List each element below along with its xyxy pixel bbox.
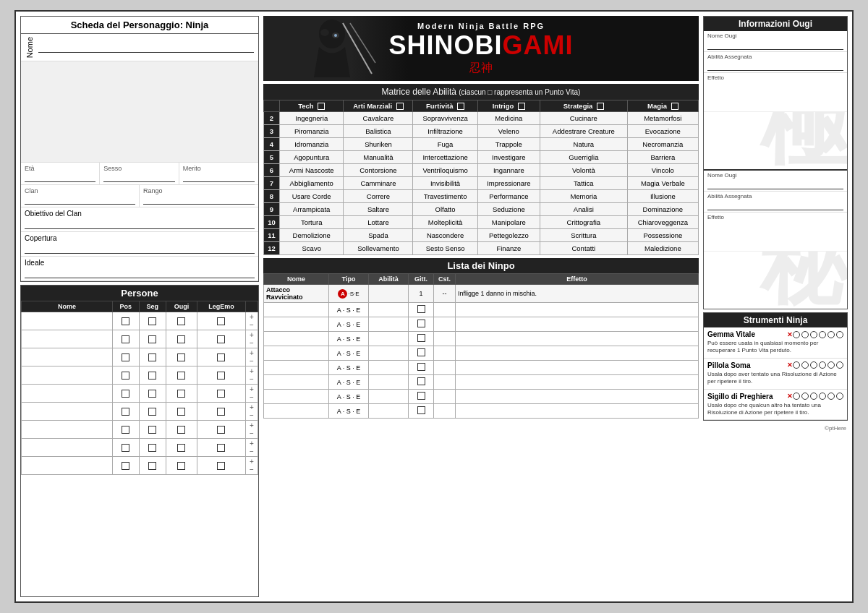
legemo-checkbox[interactable] — [217, 444, 225, 452]
persone-plus-btn[interactable]: +− — [247, 331, 256, 347]
circle-0-1[interactable] — [801, 331, 809, 338]
ninpo-abilita-input[interactable] — [369, 375, 409, 390]
ninpo-abilita-input[interactable] — [369, 346, 409, 361]
ninpo-cst-input[interactable] — [434, 390, 456, 404]
circle-1-4[interactable] — [827, 361, 835, 369]
cell-strat[interactable]: Memoria — [540, 190, 628, 203]
cell-arti[interactable]: Contorsione — [344, 164, 413, 177]
intro-checkbox[interactable] — [518, 103, 525, 110]
tech-checkbox[interactable] — [318, 103, 325, 110]
cell-tech[interactable]: Ingegneria — [280, 112, 344, 125]
cell-furt[interactable]: Fuga — [413, 138, 477, 151]
cell-magia[interactable]: Maledizione — [627, 242, 698, 255]
ninpo-abilita-input[interactable] — [369, 390, 409, 404]
circle-0-3[interactable] — [819, 331, 826, 338]
rango-input[interactable] — [143, 194, 255, 205]
cell-magia[interactable]: Barriera — [627, 151, 698, 164]
cell-furt[interactable]: Ventriloquismo — [413, 164, 477, 177]
ougi1-nome-input[interactable] — [707, 40, 843, 50]
ninpo-cst-input[interactable] — [434, 361, 456, 375]
eta-input[interactable] — [25, 172, 95, 182]
cell-tech[interactable]: Agopuntura — [280, 151, 344, 164]
cell-intro[interactable]: Manipolare — [477, 216, 540, 229]
pos-checkbox[interactable] — [122, 353, 129, 361]
ninpo-gitt-input[interactable] — [409, 303, 434, 317]
ninpo-gitt-input[interactable] — [409, 346, 434, 361]
cell-strat[interactable]: Natura — [540, 138, 628, 151]
legemo-checkbox[interactable] — [217, 372, 225, 380]
ninpo-cst-input[interactable] — [434, 317, 456, 332]
persone-nome-cell[interactable] — [22, 439, 113, 457]
cell-arti[interactable]: Saltare — [344, 203, 413, 216]
seg-checkbox[interactable] — [148, 462, 156, 470]
pos-checkbox[interactable] — [122, 426, 129, 434]
ninpo-effetto-input[interactable] — [456, 346, 699, 361]
cell-intro[interactable]: Investigare — [477, 151, 540, 164]
ninpo-gitt-input[interactable] — [409, 404, 434, 419]
cell-strat[interactable]: Contatti — [540, 242, 628, 255]
pos-checkbox[interactable] — [122, 335, 129, 343]
circle-0-4[interactable] — [827, 331, 835, 338]
circle-1-1[interactable] — [801, 361, 809, 369]
circle-0-2[interactable] — [810, 331, 817, 338]
ougi-checkbox[interactable] — [177, 317, 185, 325]
cell-intro[interactable]: Performance — [477, 190, 540, 203]
cell-intro[interactable]: Ingannare — [477, 164, 540, 177]
cell-strat[interactable]: Addestrare Creature — [540, 125, 628, 138]
ninpo-gitt-input[interactable] — [409, 361, 434, 375]
cell-furt[interactable]: Travestimento — [413, 190, 477, 203]
ninpo-abilita-input[interactable] — [369, 404, 409, 419]
name-input[interactable] — [38, 43, 254, 53]
persone-nome-cell[interactable] — [22, 348, 113, 366]
circle-2-2[interactable] — [810, 393, 817, 400]
persone-plus-btn[interactable]: +− — [247, 458, 256, 473]
ninpo-abilita-input[interactable] — [369, 361, 409, 375]
pos-checkbox[interactable] — [122, 462, 129, 470]
cell-magia[interactable]: Metamorfosi — [627, 112, 698, 125]
circle-2-4[interactable] — [827, 393, 835, 400]
ninpo-effetto-input[interactable] — [456, 404, 699, 419]
ninpo-cst-input[interactable] — [434, 346, 456, 361]
legemo-checkbox[interactable] — [217, 317, 225, 325]
ougi1-effetto-area[interactable] — [707, 81, 843, 110]
clan-input[interactable] — [25, 194, 135, 205]
ninpo-effetto-input[interactable] — [456, 332, 699, 346]
circle-1-3[interactable] — [819, 361, 826, 369]
cell-magia[interactable]: Necromanzia — [627, 138, 698, 151]
ninpo-nome-input[interactable] — [264, 303, 329, 317]
copertura-input[interactable] — [25, 244, 255, 254]
persone-nome-cell[interactable] — [22, 457, 113, 475]
cell-arti[interactable]: Balistica — [344, 125, 413, 138]
persone-nome-cell[interactable] — [22, 312, 113, 330]
persone-plus-btn[interactable]: +− — [247, 440, 256, 455]
persone-plus-btn[interactable]: +− — [247, 403, 256, 419]
cell-strat[interactable]: Crittografia — [540, 216, 628, 229]
pos-checkbox[interactable] — [122, 390, 129, 398]
cell-intro[interactable]: Impressionare — [477, 177, 540, 190]
legemo-checkbox[interactable] — [217, 335, 225, 343]
ougi-checkbox[interactable] — [177, 372, 185, 380]
ninpo-nome-input[interactable] — [264, 390, 329, 404]
seg-checkbox[interactable] — [148, 444, 156, 452]
ninpo-nome-input[interactable] — [264, 404, 329, 419]
legemo-checkbox[interactable] — [217, 390, 225, 398]
ninpo-nome-input[interactable] — [264, 361, 329, 375]
circle-1-2[interactable] — [810, 361, 817, 369]
cell-magia[interactable]: Chiaroveggenza — [627, 216, 698, 229]
cell-tech[interactable]: Tortura — [280, 216, 344, 229]
ideale-input[interactable] — [25, 268, 255, 278]
cell-furt[interactable]: Sopravvivenza — [413, 112, 477, 125]
cell-tech[interactable]: Usare Corde — [280, 190, 344, 203]
cell-intro[interactable]: Veleno — [477, 125, 540, 138]
persone-plus-btn[interactable]: +− — [247, 421, 256, 437]
furt-checkbox[interactable] — [457, 103, 464, 110]
ninpo-nome-input[interactable] — [264, 332, 329, 346]
legemo-checkbox[interactable] — [217, 353, 225, 361]
cell-furt[interactable]: Infiltrazione — [413, 125, 477, 138]
magia-checkbox[interactable] — [671, 103, 678, 110]
ninpo-effetto-input[interactable] — [456, 317, 699, 332]
ninpo-abilita-input[interactable] — [369, 317, 409, 332]
circle-2-5[interactable] — [836, 393, 843, 400]
cell-strat[interactable]: Scrittura — [540, 229, 628, 242]
ninpo-cst-input[interactable] — [434, 332, 456, 346]
